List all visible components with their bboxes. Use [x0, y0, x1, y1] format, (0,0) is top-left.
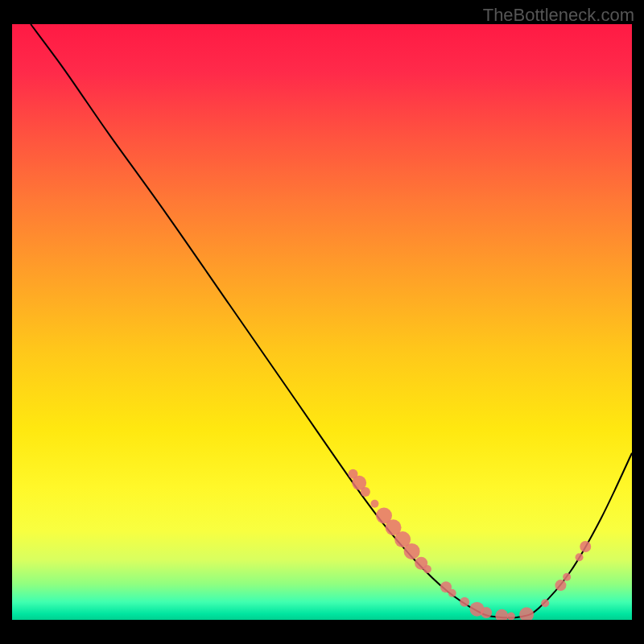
- data-marker: [404, 543, 420, 559]
- data-marker: [541, 599, 549, 607]
- chart-svg: [12, 24, 632, 620]
- data-marker: [519, 607, 534, 620]
- chart-plot-area: [12, 24, 632, 620]
- data-marker: [495, 609, 508, 620]
- data-marker: [563, 573, 571, 581]
- data-marker: [507, 613, 515, 620]
- bottleneck-curve: [31, 24, 632, 618]
- data-marker: [481, 607, 492, 618]
- data-marker: [448, 589, 456, 597]
- data-marker: [460, 597, 469, 607]
- data-marker: [370, 500, 378, 508]
- marker-group: [349, 469, 592, 620]
- data-marker: [555, 580, 566, 591]
- watermark-text: TheBottleneck.com: [483, 5, 634, 26]
- data-marker: [576, 553, 584, 561]
- data-marker: [580, 541, 591, 552]
- data-marker: [361, 487, 370, 497]
- data-marker: [423, 565, 431, 573]
